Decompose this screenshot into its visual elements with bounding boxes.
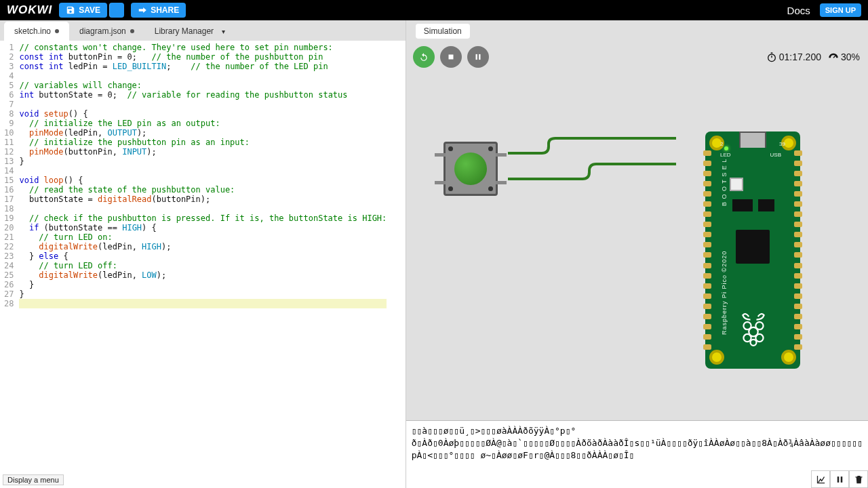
tab-library-manager[interactable]: Library Manager▾ [144, 22, 235, 41]
board-pin[interactable] [703, 171, 711, 176]
board-pin[interactable] [703, 324, 711, 329]
code-line[interactable]: } [19, 289, 387, 299]
code-line[interactable]: // turn LED off: [19, 261, 387, 270]
board-pin[interactable] [794, 273, 802, 279]
code-line[interactable]: // initialize the pushbutton pin as an i… [19, 138, 387, 147]
tab-sketch-ino[interactable]: sketch.ino [4, 22, 69, 41]
board-pin[interactable] [703, 181, 711, 186]
board-pin[interactable] [794, 304, 802, 309]
board-pin[interactable] [703, 344, 711, 350]
board-pin[interactable] [703, 161, 711, 166]
code-line[interactable]: pinMode(ledPin, OUTPUT); [19, 128, 387, 138]
code-line[interactable]: digitalWrite(ledPin, HIGH); [19, 242, 387, 251]
board-pin[interactable] [703, 283, 711, 289]
console-pause-button[interactable] [830, 470, 849, 488]
restart-button[interactable] [413, 46, 435, 68]
board-pin[interactable] [703, 191, 711, 197]
code-line[interactable]: const int ledPin = LED_BUILTIN; // the n… [19, 62, 387, 71]
pushbutton-cap[interactable] [454, 152, 487, 185]
board-pin[interactable] [794, 161, 802, 166]
board-pin[interactable] [794, 211, 802, 217]
board-pin[interactable] [794, 232, 802, 237]
board-pin[interactable] [794, 314, 802, 319]
stop-button[interactable] [440, 46, 462, 68]
board-pin[interactable] [703, 232, 711, 237]
usb-connector [739, 131, 766, 148]
board-pin[interactable] [794, 252, 802, 258]
code-line[interactable]: // turn LED on: [19, 232, 387, 242]
board-pin[interactable] [794, 181, 802, 186]
board-pin[interactable] [794, 171, 802, 176]
simulation-canvas[interactable]: 2 39 LED USB B O O T S E L Raspberry Pi … [406, 70, 868, 420]
code-line[interactable] [19, 100, 387, 109]
board-pin[interactable] [703, 150, 711, 156]
board-pin[interactable] [703, 211, 711, 217]
console-clear-button[interactable] [849, 470, 868, 488]
board-pin[interactable] [703, 293, 711, 299]
share-button[interactable]: SHARE [131, 3, 186, 18]
code-line[interactable]: } [19, 280, 387, 289]
code-line[interactable]: int buttonState = 0; // variable for rea… [19, 90, 387, 100]
chevron-down-icon [117, 5, 117, 15]
chip-icon [758, 199, 774, 211]
save-dropdown-button[interactable] [109, 3, 124, 18]
code-line[interactable]: void setup() { [19, 109, 387, 119]
code-line[interactable]: pinMode(buttonPin, INPUT); [19, 147, 387, 157]
code-line[interactable]: if (buttonState == HIGH) { [19, 223, 387, 232]
code-line[interactable]: digitalWrite(ledPin, LOW); [19, 270, 387, 280]
code-line[interactable]: // read the state of the pushbutton valu… [19, 185, 387, 195]
component-raspberry-pi-pico[interactable]: 2 39 LED USB B O O T S E L Raspberry Pi … [705, 131, 800, 369]
board-pin[interactable] [703, 201, 711, 207]
docs-link[interactable]: Docs [787, 5, 810, 16]
svg-rect-13 [837, 476, 839, 483]
pause-button[interactable] [467, 46, 489, 68]
code-line[interactable]: buttonState = digitalRead(buttonPin); [19, 195, 387, 204]
board-pin[interactable] [794, 191, 802, 197]
code-line[interactable] [19, 166, 387, 176]
board-pin[interactable] [703, 314, 711, 319]
board-pin[interactable] [703, 252, 711, 258]
board-side-text: B O O T S E L [721, 159, 728, 206]
board-pin[interactable] [703, 273, 711, 279]
code-line[interactable]: // check if the pushbutton is pressed. I… [19, 214, 387, 223]
board-pin[interactable] [794, 150, 802, 156]
board-pin[interactable] [794, 324, 802, 329]
board-pin[interactable] [703, 263, 711, 268]
simulation-pane: Simulation 01:17.200 [406, 20, 868, 488]
board-pin[interactable] [794, 293, 802, 299]
save-button[interactable]: SAVE [59, 3, 107, 18]
code-line[interactable]: // constants won't change. They're used … [19, 43, 387, 52]
code-line[interactable] [19, 299, 387, 308]
tab-diagram-json[interactable]: diagram.json [69, 22, 144, 41]
code-line[interactable] [19, 204, 387, 214]
board-pin[interactable] [703, 222, 711, 227]
tab-simulation[interactable]: Simulation [416, 24, 470, 39]
board-pin[interactable] [703, 242, 711, 247]
board-pin[interactable] [794, 344, 802, 350]
code-area[interactable]: // constants won't change. They're used … [19, 43, 387, 308]
stop-icon [446, 52, 456, 62]
board-pin[interactable] [794, 242, 802, 247]
code-line[interactable]: } else { [19, 251, 387, 261]
code-line[interactable] [19, 71, 387, 81]
signup-button[interactable]: SIGN UP [820, 3, 861, 17]
board-pin[interactable] [794, 222, 802, 227]
board-pin[interactable] [794, 283, 802, 289]
code-line[interactable]: } [19, 157, 387, 166]
code-line[interactable]: // initialize the LED pin as an output: [19, 119, 387, 128]
board-pin[interactable] [703, 334, 711, 340]
code-editor[interactable]: 1234567891011121314151617181920212223242… [0, 41, 406, 488]
line-gutter: 1234567891011121314151617181920212223242… [0, 43, 19, 308]
plotter-button[interactable] [811, 470, 830, 488]
serial-console[interactable]: ▯▯à▯▯▯ø▯▯ü¸▯>▯▯▯øàÀÀÀðõÿÿÀ▯°p▯° ð▯Àð▯0Àø… [406, 420, 868, 488]
raspberry-logo-icon [738, 309, 769, 347]
code-line[interactable]: // variables will change: [19, 81, 387, 90]
code-line[interactable]: void loop() { [19, 176, 387, 185]
board-pin[interactable] [703, 304, 711, 309]
component-pushbutton[interactable] [443, 142, 498, 196]
code-line[interactable]: const int buttonPin = 0; // the number o… [19, 52, 387, 62]
board-pin[interactable] [794, 263, 802, 268]
board-pin[interactable] [794, 201, 802, 207]
bootsel-button[interactable] [730, 178, 743, 191]
board-pin[interactable] [794, 334, 802, 340]
